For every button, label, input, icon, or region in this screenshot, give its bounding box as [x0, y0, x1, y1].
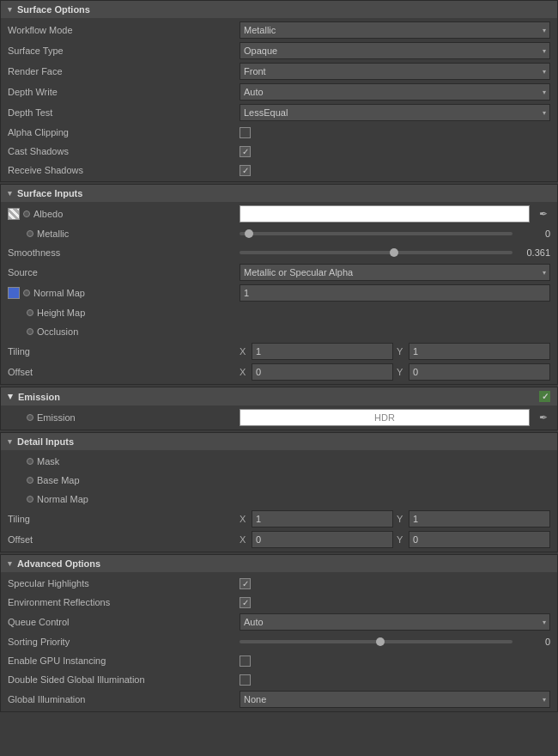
detail-basemap-row: Base Map [1, 471, 557, 490]
specular-highlights-checkbox[interactable] [240, 578, 251, 589]
queue-control-dropdown[interactable]: Auto ▾ [240, 613, 550, 631]
emission-eyedropper-icon[interactable]: ✒ [537, 411, 550, 424]
emission-header[interactable]: ▾ Emission [1, 387, 557, 405]
metallic-label: Metallic [8, 229, 240, 239]
queue-control-selected: Auto [244, 617, 264, 627]
emission-enabled-checkbox[interactable] [539, 391, 550, 402]
detail-inputs-arrow: ▾ [8, 437, 12, 446]
albedo-swatch[interactable] [8, 208, 20, 220]
alpha-clipping-checkbox[interactable] [240, 127, 251, 138]
depth-test-dropdown[interactable]: LessEqual ▾ [240, 104, 550, 121]
emission-hdr-input[interactable] [240, 409, 530, 426]
tiling-y-label: Y [397, 346, 405, 357]
advanced-options-header[interactable]: ▾ Advanced Options [1, 555, 557, 572]
normal-map-input[interactable] [240, 284, 550, 302]
detail-offset-x-label: X [240, 534, 248, 545]
smoothness-slider[interactable] [240, 251, 513, 254]
tiling-y-input[interactable] [409, 343, 550, 360]
detail-tiling-x-input[interactable] [252, 510, 393, 527]
metallic-slider[interactable] [240, 232, 513, 235]
detail-mask-row: Mask [1, 452, 557, 471]
albedo-eyedropper-icon[interactable]: ✒ [537, 207, 550, 221]
detail-offset-row: Offset X Y [1, 529, 557, 550]
metallic-circle [27, 230, 33, 237]
surface-type-dropdown[interactable]: Opaque ▾ [240, 42, 550, 59]
global-illumination-value: None ▾ [240, 691, 550, 708]
queue-control-row: Queue Control Auto ▾ [1, 612, 557, 632]
emission-circle [27, 414, 33, 421]
double-sided-gi-checkbox[interactable] [240, 674, 251, 686]
sorting-priority-slider[interactable] [240, 640, 513, 643]
albedo-circle [23, 210, 30, 217]
detail-tiling-row: Tiling X Y [1, 509, 557, 529]
render-face-dropdown[interactable]: Front ▾ [240, 63, 550, 80]
detail-tiling-y-input[interactable] [409, 510, 550, 527]
depth-write-label: Depth Write [8, 87, 240, 97]
advanced-options-section: ▾ Advanced Options Specular Highlights E… [0, 554, 558, 712]
global-illumination-selected: None [244, 694, 266, 704]
detail-normalmap-label: Normal Map [8, 494, 240, 504]
gpu-instancing-checkbox[interactable] [240, 655, 251, 667]
tiling-label: Tiling [8, 346, 240, 357]
smoothness-thumb[interactable] [390, 248, 398, 257]
metallic-text: Metallic [37, 229, 69, 239]
emission-title: Emission [18, 392, 60, 402]
receive-shadows-checkbox[interactable] [240, 165, 251, 176]
offset-x-input[interactable] [252, 363, 393, 381]
surface-type-selected: Opaque [244, 46, 277, 56]
detail-inputs-header[interactable]: ▾ Detail Inputs [1, 433, 557, 450]
workflow-mode-dropdown[interactable]: Metallic ▾ [240, 21, 550, 39]
queue-control-label: Queue Control [8, 617, 240, 627]
workflow-mode-label: Workflow Mode [8, 25, 240, 35]
advanced-options-arrow: ▾ [8, 559, 12, 568]
tiling-row: Tiling X Y [1, 341, 557, 362]
queue-control-arrow: ▾ [543, 619, 546, 626]
normal-map-swatch[interactable] [8, 287, 20, 299]
detail-offset-y-input[interactable] [409, 531, 550, 548]
cast-shadows-row: Cast Shadows [1, 142, 557, 161]
detail-mask-circle [27, 458, 33, 465]
albedo-input[interactable] [240, 205, 530, 223]
depth-write-arrow: ▾ [543, 88, 546, 96]
detail-tiling-x-label: X [240, 514, 248, 524]
detail-mask-text: Mask [37, 456, 59, 466]
detail-basemap-circle [27, 477, 33, 484]
depth-test-row: Depth Test LessEqual ▾ [1, 102, 557, 123]
environment-reflections-label: Environment Reflections [8, 597, 240, 607]
depth-test-value: LessEqual ▾ [240, 104, 550, 121]
emission-value-container: ✒ [240, 409, 550, 426]
offset-y-input[interactable] [409, 363, 550, 381]
depth-write-dropdown[interactable]: Auto ▾ [240, 83, 550, 101]
alpha-clipping-value [240, 127, 550, 138]
normal-map-circle [23, 290, 30, 296]
workflow-mode-arrow: ▾ [543, 27, 546, 34]
tiling-xy: X Y [240, 343, 550, 360]
surface-type-row: Surface Type Opaque ▾ [1, 40, 557, 61]
detail-basemap-text: Base Map [37, 475, 80, 485]
tiling-x-input[interactable] [252, 343, 393, 360]
detail-basemap-label: Base Map [8, 475, 240, 485]
detail-offset-x-input[interactable] [252, 531, 393, 548]
surface-inputs-arrow: ▾ [8, 189, 12, 198]
gpu-instancing-label: Enable GPU Instancing [8, 655, 240, 666]
height-map-row: Height Map [1, 303, 557, 322]
emission-label: Emission [8, 412, 240, 423]
metallic-slider-container: 0 [240, 229, 550, 239]
smoothness-slider-container: 0.361 [240, 247, 550, 258]
sorting-priority-thumb[interactable] [376, 637, 385, 646]
emission-arrow: ▾ [8, 391, 13, 402]
surface-options-header[interactable]: ▾ Surface Options [1, 1, 557, 18]
albedo-value: ✒ [240, 205, 550, 223]
surface-options-arrow: ▾ [8, 5, 12, 14]
global-illumination-dropdown[interactable]: None ▾ [240, 691, 550, 708]
environment-reflections-checkbox[interactable] [240, 597, 251, 608]
metallic-thumb[interactable] [245, 229, 253, 238]
occlusion-text: Occlusion [37, 326, 78, 337]
surface-inputs-header[interactable]: ▾ Surface Inputs [1, 185, 557, 202]
environment-reflections-row: Environment Reflections [1, 593, 557, 612]
occlusion-row: Occlusion [1, 322, 557, 341]
source-dropdown[interactable]: Metallic or Specular Alpha ▾ [240, 264, 550, 281]
cast-shadows-checkbox[interactable] [240, 146, 251, 157]
surface-inputs-section: ▾ Surface Inputs Albedo ✒ Metallic [0, 184, 558, 385]
detail-inputs-content: Mask Base Map Normal Map Tiling X [1, 450, 557, 552]
